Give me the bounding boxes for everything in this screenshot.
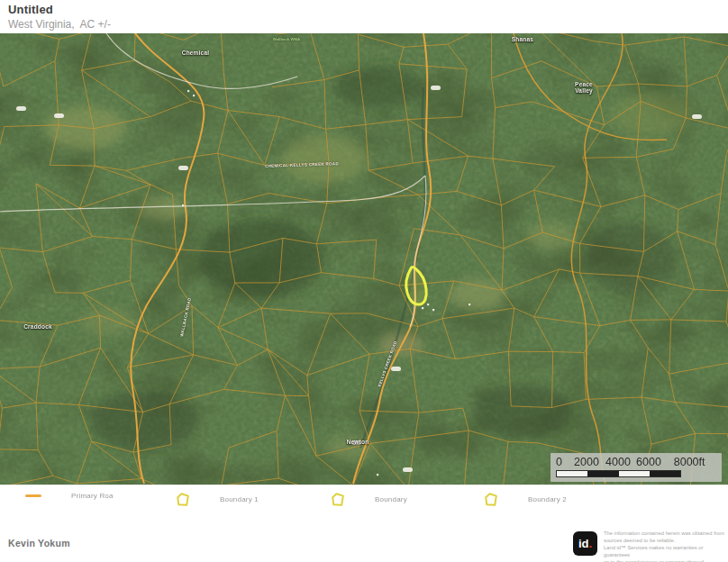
scale-tick-label: 4000 [605, 456, 631, 468]
building-dot [182, 204, 184, 206]
map-export-page: Untitled West Virginia, AC +/- [0, 0, 728, 562]
disclaimer-line: as to the completeness or accuracy there… [604, 559, 726, 562]
building-dot [377, 474, 378, 476]
page-subtitle: West Virginia, AC +/- [8, 18, 111, 31]
public-land-label: Wallback WMA [271, 37, 302, 41]
author-name: Kevin Yokum [8, 538, 70, 548]
disclaimer-line: sources deemed to be reliable. [604, 538, 726, 545]
road-shield [178, 166, 188, 170]
building-dot [187, 90, 189, 92]
map-legend: Primary RoaBoundary 1BoundaryBoundary 2 [0, 485, 728, 519]
legend-item-label: Boundary 1 [220, 495, 259, 503]
disclaimer-line: Land id™ Services makes no warranties or… [604, 545, 726, 559]
boundary-polygon-icon [330, 492, 345, 507]
scale-tick-label: 0 [556, 456, 562, 468]
road-shield [351, 440, 361, 445]
scale-bar-segments [556, 470, 681, 477]
road-shield [431, 86, 441, 90]
primary-road-line-icon [25, 494, 41, 497]
legend-item-label: Boundary [375, 495, 407, 503]
land-id-logo: id. [573, 531, 597, 556]
legend-item-label: Primary Roa [71, 492, 114, 500]
scale-bar-ticks: 02000400060008000ft [556, 456, 716, 468]
scale-tick-label: 2000 [574, 456, 599, 468]
map-canvas: ChemicalShanasPeace ValleyCraddockNewton… [0, 33, 728, 485]
road-shield [692, 114, 702, 119]
legend-item: Boundary 1 [175, 492, 259, 507]
road-shield [403, 467, 413, 472]
boundary-polygon-icon [483, 492, 498, 507]
road-shield [54, 113, 64, 118]
road-shield [391, 367, 401, 371]
disclaimer-text: The information contained herein was obt… [604, 530, 726, 562]
legend-item-label: Boundary 2 [528, 495, 567, 503]
disclaimer-line: The information contained herein was obt… [604, 530, 726, 538]
legend-item: Boundary [330, 492, 407, 507]
scale-bar: 02000400060008000ft [551, 453, 722, 482]
road-shield [16, 106, 26, 111]
building-dot [193, 95, 195, 96]
satellite-map-image [0, 33, 728, 485]
page-title: Untitled [8, 3, 111, 16]
boundary-polygon-icon [175, 492, 190, 507]
legend-item: Boundary 2 [483, 492, 567, 507]
scale-tick-label: 6000 [636, 456, 661, 468]
scale-tick-label: 8000ft [674, 456, 705, 468]
building-dot [422, 307, 423, 309]
building-dot [427, 304, 429, 305]
map-header: Untitled West Virginia, AC +/- [8, 3, 111, 31]
building-dot [469, 304, 470, 305]
building-dot [432, 309, 434, 311]
legend-item: Primary Roa [25, 492, 114, 500]
